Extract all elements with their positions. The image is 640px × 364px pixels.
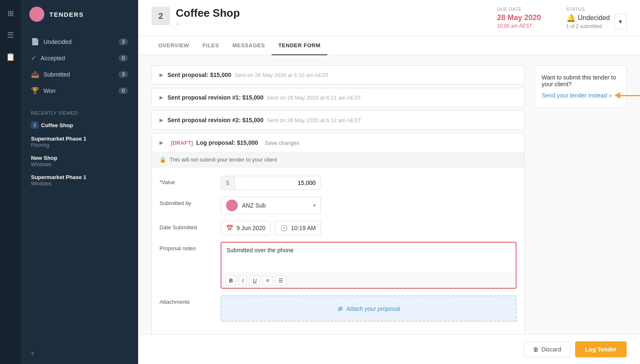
send-tender-link[interactable]: Send your tender instead »	[542, 92, 612, 99]
expand-icon-3: ▶	[159, 117, 163, 123]
proposal-sent-1: Sent on 28 May 2020 at 6:10 am AEST	[235, 72, 329, 78]
due-date-block: DUE DATE 28 May 2020 10:00 am AEST	[497, 7, 541, 29]
project-sub: --	[176, 21, 497, 27]
recent-item-new-shop-windows[interactable]: New Shop Windows	[21, 151, 138, 171]
nav-item-submitted[interactable]: 📤 Submitted 3	[21, 66, 138, 82]
grid-icon[interactable]: ⊞	[4, 7, 17, 20]
notes-row: Proposal notes Submitted over the phone …	[159, 242, 517, 289]
check-icon: ✓	[31, 54, 36, 62]
underline-button[interactable]: U	[249, 276, 260, 285]
proposal-entry-2[interactable]: ▶ Sent proposal revision #1: $15,000 Sen…	[152, 88, 524, 107]
draft-header: ▶ [DRAFT] Log proposal: $15,000 Save cha…	[152, 133, 524, 152]
arrow-graphic	[615, 92, 640, 99]
user-avatar	[226, 200, 238, 211]
tab-overview[interactable]: OVERVIEW	[152, 36, 196, 55]
attach-area[interactable]: ⊕ Attach your proposal	[221, 295, 517, 322]
expand-icon-2: ▶	[159, 95, 163, 100]
tab-files[interactable]: FILES	[196, 36, 226, 55]
italic-button[interactable]: I	[239, 276, 247, 285]
status-sub: 1 of 2 submitted	[566, 23, 610, 29]
project-badge: 2	[152, 7, 170, 25]
expand-icon: ▶	[159, 72, 163, 78]
notes-toolbar: B I U ≡ ☰	[221, 273, 516, 288]
draft-section: ▶ [DRAFT] Log proposal: $15,000 Save cha…	[152, 133, 524, 334]
nav-item-undecided[interactable]: 📄 Undecided 3	[21, 33, 138, 50]
side-panel: Want to submit this tender to your clien…	[535, 65, 627, 324]
side-card: Want to submit this tender to your clien…	[535, 65, 627, 108]
project-info: Coffee Shop --	[176, 7, 497, 27]
lock-icon: 🔒	[159, 156, 166, 163]
log-tender-button[interactable]: Log Tender	[575, 341, 627, 357]
user-name: ANZ Sub	[242, 202, 309, 209]
draft-badge: [DRAFT]	[171, 140, 193, 146]
proposal-sent-3: Sent on 28 May 2020 at 6:12 am AEST	[267, 117, 361, 123]
chevron-down-icon: ▾	[313, 203, 316, 208]
notes-textarea[interactable]: Submitted over the phone	[221, 243, 516, 271]
sidebar: TENDERS 📄 Undecided 3 ✓ Accepted 0 📤 Sub…	[21, 0, 138, 364]
attach-label: Attach your proposal	[346, 305, 400, 312]
status-icon: 🔔	[566, 13, 576, 23]
date-submitted-label: Date Submitted	[159, 221, 214, 231]
side-card-text: Want to submit this tender to your clien…	[542, 74, 619, 87]
proposal-entry-3[interactable]: ▶ Sent proposal revision #2: $15,000 Sen…	[152, 110, 524, 130]
nav-item-won[interactable]: 🏆 Won 0	[21, 82, 138, 99]
main-content: ▶ Sent proposal: $15,000 Sent on 28 May …	[152, 65, 524, 324]
proposal-title-2: Sent proposal revision #1: $15,000	[167, 94, 264, 101]
header-meta: DUE DATE 28 May 2020 10:00 am AEST STATU…	[497, 7, 627, 29]
nav-item-accepted[interactable]: ✓ Accepted 0	[21, 50, 138, 66]
nav-items: 📄 Undecided 3 ✓ Accepted 0 📤 Submitted 3…	[21, 28, 138, 104]
recent-item-supermarket-flooring[interactable]: Supermarket Phase 1 Flooring	[21, 132, 138, 151]
draft-form: *Value $ Submitted by	[152, 167, 524, 334]
page-header: 2 Coffee Shop -- DUE DATE 28 May 2020 10…	[138, 0, 640, 36]
tab-tender-form[interactable]: TENDER FORM	[272, 36, 327, 55]
draft-title: Log proposal: $15,000	[196, 139, 258, 146]
plus-icon: ⊕	[337, 305, 342, 312]
help-button[interactable]: ?	[21, 344, 138, 364]
proposal-sent-2: Sent on 28 May 2020 at 6:11 am AEST	[267, 95, 361, 101]
value-row: *Value $	[159, 176, 517, 190]
status-block: STATUS 🔔 Undecided 1 of 2 submitted ▾	[566, 7, 627, 29]
draft-expand-icon: ▶	[159, 140, 163, 146]
user-select[interactable]: ANZ Sub ▾	[221, 197, 321, 214]
due-date-label: DUE DATE	[497, 7, 541, 12]
list-icon[interactable]: ☰	[4, 28, 17, 42]
discard-button[interactable]: 🗑 Discard	[524, 341, 570, 357]
status-dropdown-button[interactable]: ▾	[614, 14, 627, 29]
clock-icon: 🕐	[280, 225, 288, 231]
draft-save-link[interactable]: Save changes	[265, 140, 299, 146]
unordered-list-button[interactable]: ☰	[275, 276, 287, 285]
upload-icon: 📤	[31, 70, 39, 78]
content-area: ▶ Sent proposal: $15,000 Sent on 28 May …	[138, 55, 640, 334]
attachments-row: Attachments ⊕ Attach your proposal	[159, 295, 517, 322]
date-input[interactable]: 📅 9 Jun 2020	[221, 221, 271, 235]
notes-label: Proposal notes	[159, 242, 214, 251]
time-input[interactable]: 🕐 10:19 AM	[275, 221, 321, 235]
attachments-label: Attachments	[159, 295, 214, 305]
proposal-entry-1[interactable]: ▶ Sent proposal: $15,000 Sent on 28 May …	[152, 65, 524, 85]
status-label: STATUS	[566, 7, 627, 12]
recently-viewed-label: RECENTLY VIEWED:	[21, 104, 138, 118]
submitted-by-row: Submitted by ANZ Sub ▾	[159, 197, 517, 214]
value-field[interactable]	[235, 176, 321, 190]
bold-button[interactable]: B	[226, 276, 236, 285]
draft-warning: 🔒 This will not submit your tender to yo…	[152, 152, 524, 167]
tab-messages[interactable]: MESSAGES	[226, 36, 272, 55]
proposal-title-3: Sent proposal revision #2: $15,000	[167, 117, 264, 123]
recent-item-coffee-shop[interactable]: 2 Coffee Shop	[21, 118, 138, 132]
submitted-by-label: Submitted by	[159, 197, 214, 206]
clipboard-icon[interactable]: 📋	[4, 50, 17, 64]
document-icon: 📄	[31, 38, 39, 46]
recent-item-supermarket-windows[interactable]: Supermarket Phase 1 Windows	[21, 171, 138, 190]
project-name: Coffee Shop	[176, 7, 497, 20]
date-submitted-row: Date Submitted 📅 9 Jun 2020 🕐	[159, 221, 517, 235]
notes-area: Submitted over the phone B I U ≡ ☰	[221, 242, 517, 289]
sidebar-header: TENDERS	[21, 0, 138, 28]
tab-bar: OVERVIEW FILES MESSAGES TENDER FORM	[138, 36, 640, 55]
sidebar-title: TENDERS	[49, 11, 84, 18]
icon-sidebar: ⊞ ☰ 📋	[0, 0, 21, 364]
ordered-list-button[interactable]: ≡	[262, 276, 272, 285]
action-footer: 🗑 Discard Log Tender	[138, 334, 640, 364]
date-value: 9 Jun 2020	[236, 225, 265, 231]
avatar	[29, 7, 44, 22]
due-time-value: 10:00 am AEST	[497, 23, 541, 29]
